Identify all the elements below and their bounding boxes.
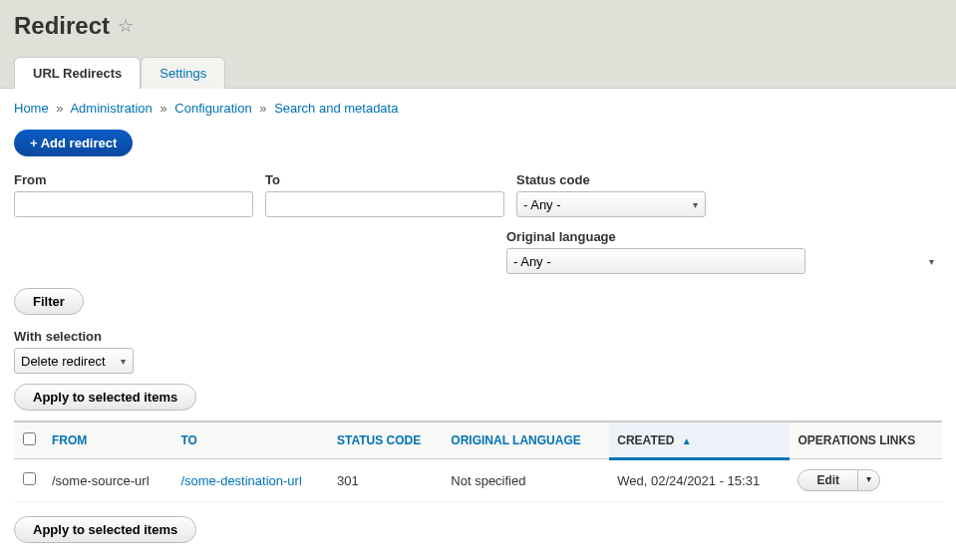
tabs: URL Redirects Settings — [14, 56, 942, 88]
row-from: /some-source-url — [44, 459, 172, 502]
breadcrumb-search-metadata[interactable]: Search and metadata — [274, 101, 398, 116]
breadcrumb-configuration[interactable]: Configuration — [174, 101, 251, 116]
table-row: /some-source-url /some-destination-url 3… — [14, 459, 942, 502]
from-input[interactable] — [14, 191, 253, 217]
tab-url-redirects[interactable]: URL Redirects — [14, 57, 141, 89]
row-created: Wed, 02/24/2021 - 15:31 — [609, 459, 790, 502]
row-to-cell: /some-destination-url — [172, 459, 329, 502]
status-select-wrap: - Any - — [516, 191, 706, 217]
to-input[interactable] — [265, 191, 504, 217]
header-language[interactable]: ORIGINAL LANGUAGE — [443, 421, 609, 459]
apply-selected-bottom-button[interactable]: Apply to selected items — [14, 516, 196, 543]
page-title: Redirect — [14, 12, 110, 40]
header-from[interactable]: FROM — [44, 421, 172, 459]
status-label: Status code — [516, 172, 706, 187]
header-created-text: CREATED — [617, 433, 674, 447]
breadcrumb-sep: » — [52, 101, 67, 116]
sort-ascending-icon: ▲ — [682, 435, 692, 446]
breadcrumb-sep: » — [255, 101, 270, 116]
language-select-wrap: - Any - — [506, 248, 942, 274]
field-language: Original language - Any - — [506, 229, 942, 274]
from-label: From — [14, 172, 253, 187]
row-checkbox-cell — [14, 459, 44, 502]
operations-dropdown: Edit ▾ — [797, 469, 880, 491]
row-checkbox[interactable] — [23, 472, 36, 485]
header-area: Redirect ☆ URL Redirects Settings — [0, 0, 956, 89]
tab-settings[interactable]: Settings — [141, 57, 225, 89]
row-status: 301 — [329, 459, 443, 502]
header-to[interactable]: TO — [172, 421, 329, 459]
status-select[interactable]: - Any - — [516, 191, 706, 217]
field-from: From — [14, 172, 253, 217]
edit-button[interactable]: Edit — [798, 470, 858, 490]
header-created[interactable]: CREATED ▲ — [609, 421, 790, 459]
add-redirect-button[interactable]: + Add redirect — [14, 130, 133, 156]
filter-row: From To Status code - Any - — [14, 172, 942, 217]
row-to-link[interactable]: /some-destination-url — [180, 473, 301, 488]
row-language: Not specified — [443, 459, 609, 502]
breadcrumb-administration[interactable]: Administration — [70, 101, 152, 116]
apply-selected-top-button[interactable]: Apply to selected items — [14, 384, 196, 411]
language-select[interactable]: - Any - — [506, 248, 805, 274]
content: Home » Administration » Configuration » … — [0, 89, 956, 560]
with-selection-select[interactable]: Delete redirect — [14, 348, 134, 374]
breadcrumb-sep: » — [156, 101, 170, 116]
operations-toggle[interactable]: ▾ — [858, 470, 879, 490]
with-selection-label: With selection — [14, 329, 942, 344]
header-checkbox-col — [14, 421, 44, 459]
field-to: To — [265, 172, 504, 217]
to-label: To — [265, 172, 504, 187]
redirects-table: FROM TO STATUS CODE ORIGINAL LANGUAGE CR… — [14, 420, 942, 502]
header-status[interactable]: STATUS CODE — [329, 421, 443, 459]
select-all-checkbox[interactable] — [23, 432, 36, 445]
row-operations: Edit ▾ — [790, 459, 942, 502]
star-icon[interactable]: ☆ — [118, 15, 134, 37]
header-operations: OPERATIONS LINKS — [790, 421, 942, 459]
page-title-wrap: Redirect ☆ — [14, 12, 942, 40]
field-status: Status code - Any - — [516, 172, 706, 217]
language-label: Original language — [506, 229, 942, 244]
filter-button[interactable]: Filter — [14, 288, 84, 315]
breadcrumb-home[interactable]: Home — [14, 101, 49, 116]
table-header-row: FROM TO STATUS CODE ORIGINAL LANGUAGE CR… — [14, 421, 942, 459]
breadcrumb: Home » Administration » Configuration » … — [14, 101, 942, 116]
with-selection-select-wrap: Delete redirect — [14, 348, 134, 374]
